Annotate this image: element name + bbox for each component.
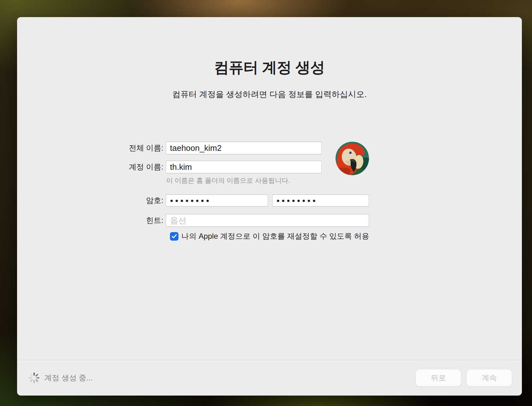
continue-button[interactable]: 계속 <box>467 369 512 386</box>
apple-account-reset-row: 나의 Apple 계정으로 이 암호를 재설정할 수 있도록 허용 <box>170 231 369 241</box>
apple-account-reset-checkbox[interactable] <box>170 232 178 241</box>
footer-buttons: 뒤로 계속 <box>416 369 512 386</box>
progress-spinner-icon <box>29 372 39 383</box>
password-label: 암호: <box>17 194 163 206</box>
account-name-label: 계정 이름: <box>17 161 163 173</box>
account-avatar[interactable] <box>336 142 369 175</box>
checkmark-icon <box>172 234 177 238</box>
account-name-input[interactable] <box>166 161 322 173</box>
account-name-help-text: 이 이름은 홈 폴더의 이름으로 사용됩니다. <box>166 176 290 185</box>
hint-input[interactable] <box>166 214 369 227</box>
full-name-input[interactable] <box>166 142 322 154</box>
back-button[interactable]: 뒤로 <box>416 369 461 386</box>
status-text: 계정 생성 중... <box>44 373 93 383</box>
setup-assistant-window: 컴퓨터 계정 생성 컴퓨터 계정을 생성하려면 다음 정보를 입력하십시오. 전… <box>17 17 522 396</box>
page-title: 컴퓨터 계정 생성 <box>17 58 522 77</box>
hint-label: 힌트: <box>17 214 163 227</box>
page-subtitle: 컴퓨터 계정을 생성하려면 다음 정보를 입력하십시오. <box>17 89 522 100</box>
full-name-label: 전체 이름: <box>17 142 163 154</box>
status-group: 계정 생성 중... <box>29 372 93 383</box>
footer-bar: 계정 생성 중... 뒤로 계속 <box>17 360 522 396</box>
parrot-avatar-icon <box>336 142 369 175</box>
password-verify-input[interactable] <box>272 194 369 206</box>
password-input[interactable] <box>166 194 268 206</box>
apple-account-reset-label: 나의 Apple 계정으로 이 암호를 재설정할 수 있도록 허용 <box>181 231 369 241</box>
